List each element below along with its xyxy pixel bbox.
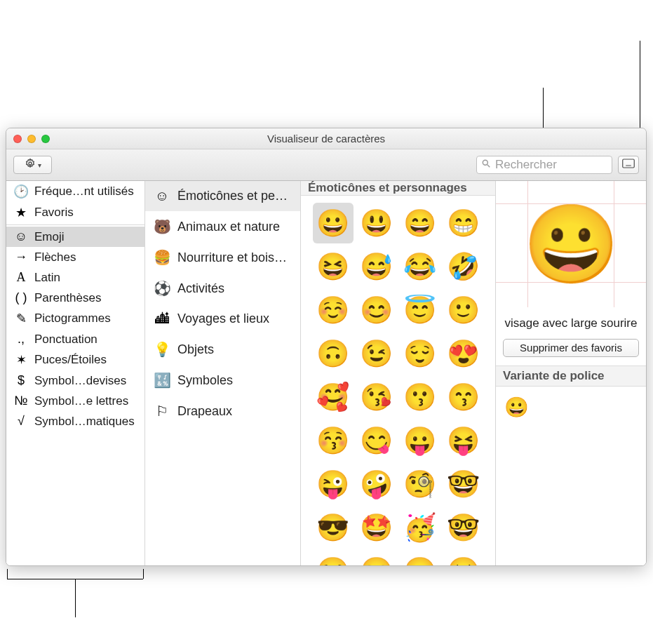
subcategory-icon: 💡 xyxy=(154,341,170,358)
emoji-cell[interactable]: 😂 xyxy=(400,246,440,287)
sidebar-item[interactable]: ✶Puces/Étoiles xyxy=(6,349,144,370)
category-icon: ✎ xyxy=(13,311,29,326)
close-window-button[interactable] xyxy=(13,135,22,143)
sidebar-item[interactable]: №Symbol…e lettres xyxy=(6,391,144,411)
category-icon: $ xyxy=(13,373,29,388)
category-icon: ., xyxy=(13,332,29,347)
sidebar-item[interactable]: ✎Pictogrammes xyxy=(6,308,144,329)
emoji-cell[interactable]: 😛 xyxy=(400,420,440,461)
emoji-cell[interactable]: 😒 xyxy=(356,551,397,565)
emoji-cell[interactable]: 😔 xyxy=(443,551,484,565)
callout-bracket-right-tick xyxy=(143,569,144,579)
emoji-cell[interactable]: 😄 xyxy=(400,203,440,243)
subcategory-label: Symboles xyxy=(177,373,233,388)
sidebar-item[interactable]: .,Ponctuation xyxy=(6,329,144,349)
sidebar-item-label: Fréque…nt utilisés xyxy=(34,185,134,199)
emoji-cell[interactable]: 😆 xyxy=(313,246,354,287)
sidebar-item[interactable]: ALatin xyxy=(6,267,144,288)
emoji-cell[interactable]: 🥳 xyxy=(400,507,440,548)
category-icon: 🕑 xyxy=(13,184,29,199)
subcategory-label: Objets xyxy=(177,342,214,357)
emoji-cell[interactable]: ☺️ xyxy=(313,290,354,330)
category-icon: ( ) xyxy=(13,290,29,305)
emoji-cell[interactable]: 🤓 xyxy=(443,507,484,548)
emoji-cell[interactable]: 😗 xyxy=(400,377,440,417)
category-sidebar: 🕑Fréque…nt utilisés★Favoris☺Emoji→Flèche… xyxy=(6,181,145,565)
emoji-cell[interactable]: 🙃 xyxy=(313,333,354,374)
emoji-cell[interactable]: 😍 xyxy=(443,333,484,374)
sidebar-item[interactable]: $Symbol…devises xyxy=(6,370,144,391)
emoji-cell[interactable]: 😌 xyxy=(400,333,440,374)
sidebar-item-label: Puces/Étoiles xyxy=(34,353,107,367)
minimize-window-button[interactable] xyxy=(27,135,36,143)
emoji-cell[interactable]: 🥰 xyxy=(313,377,354,417)
subcategory-item[interactable]: 🐻Animaux et nature xyxy=(145,211,300,242)
emoji-cell[interactable]: 😞 xyxy=(400,551,440,565)
svg-point-0 xyxy=(29,162,32,165)
subcategory-item[interactable]: 🏙Voyages et lieux xyxy=(145,304,300,334)
emoji-cell[interactable]: 🤣 xyxy=(443,246,484,287)
settings-menu-button[interactable]: ▾ xyxy=(13,156,52,174)
collapse-viewer-button[interactable] xyxy=(618,156,639,174)
subcategory-icon: 🔣 xyxy=(154,372,170,389)
keyboard-icon xyxy=(622,158,635,172)
sidebar-item-label: Symbol…e lettres xyxy=(34,394,128,408)
emoji-cell[interactable]: 😁 xyxy=(443,203,484,243)
subcategory-icon: ⚽ xyxy=(154,280,170,297)
sidebar-item-label: Pictogrammes xyxy=(34,311,111,326)
emoji-cell[interactable]: 😙 xyxy=(443,377,484,417)
subcategory-label: Animaux et nature xyxy=(177,220,280,234)
subcategory-item[interactable]: ☺Émoticônes et per… xyxy=(145,181,300,211)
emoji-cell[interactable]: 😇 xyxy=(400,290,440,330)
sidebar-item[interactable]: 🕑Fréque…nt utilisés xyxy=(6,181,144,202)
zoom-window-button[interactable] xyxy=(41,135,50,143)
emoji-cell[interactable]: 😉 xyxy=(356,333,397,374)
subcategory-label: Drapeaux xyxy=(177,404,232,419)
callout-bracket-left-tick xyxy=(7,569,8,579)
subcategory-item[interactable]: ⚽Activités xyxy=(145,273,300,304)
subcategory-label: Activités xyxy=(177,281,224,296)
search-field-wrap[interactable] xyxy=(476,156,612,174)
svg-line-2 xyxy=(487,165,490,168)
remove-favorite-button[interactable]: Supprimer des favoris xyxy=(503,339,639,357)
emoji-cell[interactable]: 😝 xyxy=(443,420,484,461)
search-input[interactable] xyxy=(494,157,607,173)
emoji-cell[interactable]: 🙂 xyxy=(443,290,484,330)
character-name: visage avec large sourire xyxy=(496,307,646,335)
subcategory-icon: 🐻 xyxy=(154,218,170,235)
font-variant-list: 😀 xyxy=(496,387,646,427)
subcategory-item[interactable]: 💡Objets xyxy=(145,334,300,365)
category-icon: A xyxy=(13,270,29,285)
emoji-cell[interactable]: 😚 xyxy=(313,420,354,461)
emoji-cell[interactable]: 😃 xyxy=(356,203,397,243)
emoji-cell[interactable]: 🤓 xyxy=(443,464,484,504)
titlebar[interactable]: Visualiseur de caractères xyxy=(6,128,646,149)
sidebar-item[interactable]: √Symbol…matiques xyxy=(6,411,144,431)
emoji-grid: 😀😃😄😁😆😅😂🤣☺️😊😇🙂🙃😉😌😍🥰😘😗😙😚😋😛😝😜🤪🧐🤓😎🤩🥳🤓😏😒😞😔 xyxy=(301,196,495,565)
sidebar-item[interactable]: →Flèches xyxy=(6,247,144,267)
character-viewer-window: Visualiseur de caractères ▾ xyxy=(6,128,647,566)
emoji-cell[interactable]: 😀 xyxy=(313,203,354,243)
emoji-cell[interactable]: 😏 xyxy=(313,551,354,565)
emoji-cell[interactable]: 😅 xyxy=(356,246,397,287)
emoji-cell[interactable]: 😋 xyxy=(356,420,397,461)
emoji-cell[interactable]: 🧐 xyxy=(400,464,440,504)
font-variant-cell[interactable]: 😀 xyxy=(503,394,530,420)
emoji-cell[interactable]: 😘 xyxy=(356,377,397,417)
emoji-cell[interactable]: 😊 xyxy=(356,290,397,330)
subcategory-label: Émoticônes et per… xyxy=(177,189,292,203)
emoji-cell[interactable]: 😎 xyxy=(313,507,354,548)
sidebar-item[interactable]: ( )Parenthèses xyxy=(6,288,144,308)
sidebar-item-label: Flèches xyxy=(34,250,76,264)
sidebar-item[interactable]: ☺Emoji xyxy=(6,227,144,247)
subcategory-icon: ⚐ xyxy=(154,403,170,420)
emoji-cell[interactable]: 😜 xyxy=(313,464,354,504)
subcategory-item[interactable]: 🔣Symboles xyxy=(145,365,300,396)
emoji-cell[interactable]: 🤩 xyxy=(356,507,397,548)
character-grid-column: Émoticônes et personnages 😀😃😄😁😆😅😂🤣☺️😊😇🙂🙃… xyxy=(301,181,496,565)
gear-icon xyxy=(25,158,36,173)
sidebar-item[interactable]: ★Favoris xyxy=(6,202,144,223)
subcategory-item[interactable]: ⚐Drapeaux xyxy=(145,396,300,427)
subcategory-item[interactable]: 🍔Nourriture et bois… xyxy=(145,242,300,273)
emoji-cell[interactable]: 🤪 xyxy=(356,464,397,504)
